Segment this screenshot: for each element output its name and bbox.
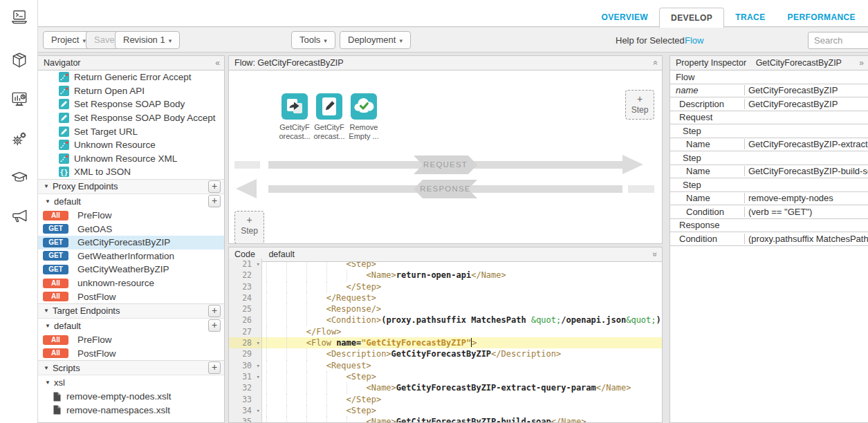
fold-toggle-icon[interactable]: ▾ <box>257 405 260 416</box>
code-line-content[interactable]: <Name>return-open-api</Name> <box>262 270 662 281</box>
caret-down-icon[interactable]: ▼ <box>44 365 49 371</box>
code-line-content[interactable]: </Request> <box>262 292 662 303</box>
add-button[interactable]: + <box>208 195 221 207</box>
property-value[interactable]: (verb == "GET") <box>744 207 868 217</box>
add-button[interactable]: + <box>208 361 221 374</box>
rail-button-2[interactable] <box>10 51 28 69</box>
collapse-down-icon[interactable]: » <box>649 252 663 257</box>
fold-toggle-icon[interactable]: ▾ <box>257 258 260 270</box>
navigator-item-unknown-resource[interactable]: Unknown Resource <box>38 138 224 152</box>
tab-overview[interactable]: OVERVIEW <box>590 8 659 27</box>
collapse-left-icon[interactable]: « <box>215 56 220 70</box>
property-value[interactable]: GetCityForecastByZIP <box>744 85 868 95</box>
navigator-item-set-response-soap-body[interactable]: Set Response SOAP Body <box>38 97 224 111</box>
search-input[interactable] <box>808 32 868 49</box>
rail-button-6[interactable] <box>10 207 28 225</box>
navigator-item-unknown-resource[interactable]: Allunknown-resource <box>38 276 224 290</box>
code-line-content[interactable]: </Step> <box>262 281 662 292</box>
tab-develop[interactable]: DEVELOP <box>659 8 724 28</box>
flow-policy-2[interactable]: GetCityF orecast... <box>311 93 347 140</box>
property-value[interactable]: GetCityForecastByZIP <box>744 99 868 109</box>
code-line-content[interactable]: <Condition>(proxy.pathsuffix MatchesPath… <box>262 314 662 326</box>
code-target-name[interactable]: default <box>268 250 295 259</box>
rail-button-4[interactable] <box>10 130 28 148</box>
navigator-item-getcityforecastbyzip[interactable]: GETGetCityForecastByZIP <box>38 236 224 250</box>
property-value[interactable]: GetCityForecastByZIP-build-soap <box>744 166 868 176</box>
inspector-row-step: Step <box>670 151 868 165</box>
code-line-content[interactable]: <Step> <box>262 405 662 416</box>
chevron-down-icon: ▾ <box>324 37 327 44</box>
add-step-button-response[interactable]: + Step <box>234 211 264 244</box>
collapse-up-icon[interactable]: » <box>649 61 663 66</box>
code-line-content[interactable]: </Flow> <box>262 326 662 337</box>
navigator-item-set-response-soap-body-accept[interactable]: Set Response SOAP Body Accept <box>38 111 224 125</box>
navigator-item-remove-empty-nodes.xslt[interactable]: remove-empty-nodes.xslt <box>38 390 224 404</box>
navigator-item-xml-to-json[interactable]: {}XML to JSON <box>38 165 224 179</box>
navigator-section-proxy-endpoints[interactable]: ▼Proxy Endpoints+ <box>38 179 224 194</box>
help-flow-link[interactable]: Flow <box>685 35 703 46</box>
property-value[interactable]: remove-empty-nodes <box>744 193 868 203</box>
code-line-content[interactable]: <Step> <box>262 371 662 382</box>
code-line-content[interactable]: <Name>GetCityForecastByZIP-extract-query… <box>262 382 662 393</box>
item-label: PostFlow <box>77 292 116 302</box>
navigator-item-getcityweatherbyzip[interactable]: GETGetCityWeatherByZIP <box>38 263 224 276</box>
property-label: Name <box>670 166 744 176</box>
code-line-content[interactable]: </Step> <box>262 394 662 405</box>
navigator-item-postflow[interactable]: AllPostFlow <box>38 290 224 303</box>
navigator-item-remove-namespaces.xslt[interactable]: remove-namespaces.xslt <box>38 404 224 417</box>
item-label: PreFlow <box>77 210 112 220</box>
rail-button-1[interactable] <box>10 8 28 26</box>
token-tag: </Flow> <box>306 327 342 337</box>
caret-down-icon[interactable]: ▼ <box>44 183 49 189</box>
navigator-item-preflow[interactable]: AllPreFlow <box>38 333 224 347</box>
code-line-content[interactable]: <Response/> <box>262 303 662 314</box>
navigator-item-preflow[interactable]: AllPreFlow <box>38 209 224 223</box>
add-button[interactable]: + <box>208 319 221 332</box>
navigator-group-default[interactable]: ▼default+ <box>38 319 224 333</box>
navigator-item-getoas[interactable]: GETGetOAS <box>38 222 224 236</box>
navigator-section-target-endpoints[interactable]: ▼Target Endpoints+ <box>38 303 224 319</box>
navigator-group-default[interactable]: ▼default+ <box>38 194 224 209</box>
fold-toggle-icon[interactable]: ▾ <box>257 360 260 371</box>
navigator-list: Return Generic Error AcceptReturn Open A… <box>38 70 224 417</box>
caret-down-icon[interactable]: ▼ <box>45 198 50 205</box>
code-line-content[interactable]: <Flow name="GetCityForecastByZIP"> <box>262 337 662 348</box>
flow-canvas[interactable]: + Step REQUEST RESPONSE + Step GetCityF … <box>229 70 662 244</box>
property-label: Condition <box>670 234 744 244</box>
caret-down-icon[interactable]: ▼ <box>45 323 50 329</box>
fold-toggle-icon[interactable]: ▾ <box>257 337 260 348</box>
code-editor[interactable]: 21▾<Step>22<Name>return-open-api</Name>2… <box>229 258 662 423</box>
caret-down-icon[interactable]: ▼ <box>44 308 49 314</box>
rail-button-3[interactable] <box>10 90 28 108</box>
add-button[interactable]: + <box>208 305 221 317</box>
method-badge: GET <box>43 265 68 274</box>
navigator-item-return-generic-error-accept[interactable]: Return Generic Error Accept <box>38 70 224 84</box>
tab-trace[interactable]: TRACE <box>724 8 776 27</box>
navigator-item-set-target-url[interactable]: Set Target URL <box>38 124 224 138</box>
tools-menu-button[interactable]: Tools▾ <box>291 31 335 49</box>
fold-toggle-icon[interactable]: ▾ <box>257 371 260 382</box>
property-value[interactable]: GetCityForecastByZIP-extract-query-param <box>744 139 868 149</box>
flow-policy-1[interactable]: GetCityF orecast... <box>277 93 313 140</box>
property-value[interactable]: (proxy.pathsuffix MatchesPath "/c <box>744 234 868 244</box>
code-line-content[interactable]: <Name>GetCityForecastByZIP-build-soap</N… <box>262 416 662 423</box>
navigator-item-return-open-api[interactable]: Return Open API <box>38 84 224 98</box>
code-line-content[interactable]: <Description>GetCityForecastByZIP</Descr… <box>262 348 662 359</box>
navigator-item-unknown-resource-xml[interactable]: Unknown Resource XML <box>38 152 224 166</box>
deployment-menu-button[interactable]: Deployment▾ <box>340 31 411 49</box>
navigator-group-xsl[interactable]: ▼xsl <box>38 375 224 390</box>
navigator-item-postflow[interactable]: AllPostFlow <box>38 347 224 361</box>
tab-performance[interactable]: PERFORMANCE <box>777 8 867 27</box>
inspector-row-name: nameGetCityForecastByZIP <box>670 84 868 98</box>
caret-down-icon[interactable]: ▼ <box>45 379 50 386</box>
revision-menu-button[interactable]: Revision 1▾ <box>115 31 180 49</box>
add-button[interactable]: + <box>208 180 221 193</box>
navigator-item-getweatherinformation[interactable]: GETGetWeatherInformation <box>38 250 224 263</box>
add-step-button-request[interactable]: + Step <box>625 90 654 120</box>
item-label: unknown-resource <box>77 278 154 288</box>
rail-button-5[interactable] <box>10 169 28 187</box>
navigator-section-scripts[interactable]: ▼Scripts+ <box>38 360 224 375</box>
collapse-right-icon[interactable]: » <box>859 56 864 70</box>
code-line-content[interactable]: <Request> <box>262 360 662 371</box>
flow-policy-3[interactable]: Remove Empty ... <box>346 93 382 140</box>
